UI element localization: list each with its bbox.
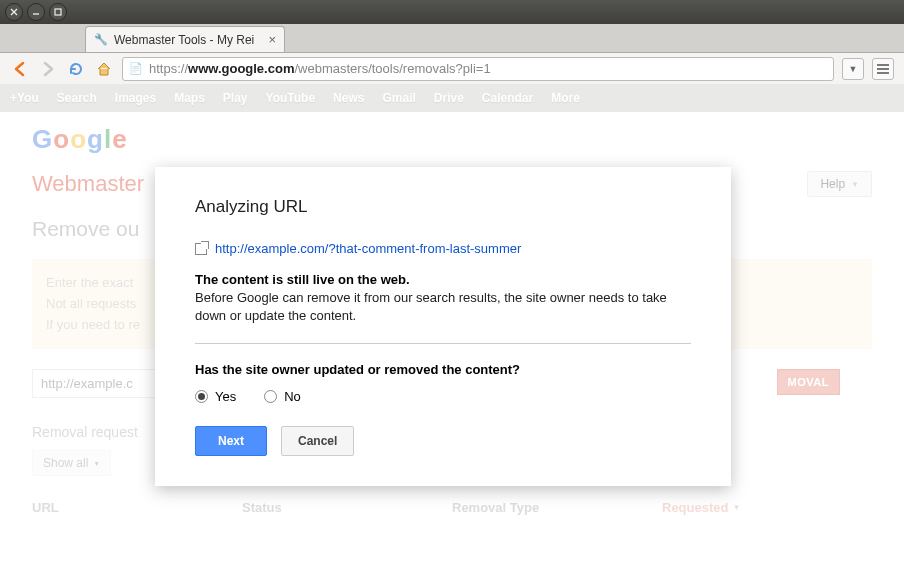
window-controls [0, 0, 904, 24]
window-maximize-button[interactable] [49, 3, 67, 21]
svg-rect-0 [55, 9, 61, 15]
divider [195, 343, 691, 344]
home-button[interactable] [94, 59, 114, 79]
url-bar[interactable]: 📄 https://www.google.com/webmasters/tool… [122, 57, 834, 81]
analyzing-url-dialog: Analyzing URL http://example.com/?that-c… [155, 167, 731, 486]
browser-menu-button[interactable] [872, 58, 894, 80]
url-dropdown-button[interactable]: ▼ [842, 58, 864, 80]
analyzed-url-link[interactable]: http://example.com/?that-comment-from-la… [215, 241, 521, 256]
radio-yes[interactable]: Yes [195, 389, 236, 404]
radio-icon [195, 390, 208, 403]
tab-close-icon[interactable]: × [268, 32, 276, 47]
cancel-button[interactable]: Cancel [281, 426, 354, 456]
tab-favicon-icon: 🔧 [94, 33, 108, 47]
url-text: https://www.google.com/webmasters/tools/… [149, 61, 827, 76]
dialog-question: Has the site owner updated or removed th… [195, 362, 691, 377]
browser-tab[interactable]: 🔧 Webmaster Tools - My Rei × [85, 26, 285, 52]
radio-icon [264, 390, 277, 403]
dialog-status-heading: The content is still live on the web. [195, 272, 691, 287]
next-button[interactable]: Next [195, 426, 267, 456]
browser-toolbar: 📄 https://www.google.com/webmasters/tool… [0, 52, 904, 84]
window-minimize-button[interactable] [27, 3, 45, 21]
browser-chrome: 🔧 Webmaster Tools - My Rei × 📄 https://w… [0, 24, 904, 84]
window-close-button[interactable] [5, 3, 23, 21]
reload-button[interactable] [66, 59, 86, 79]
forward-button[interactable] [38, 59, 58, 79]
tab-title: Webmaster Tools - My Rei [114, 33, 262, 47]
radio-no[interactable]: No [264, 389, 301, 404]
page-container: +You Search Images Maps Play YouTube New… [0, 84, 904, 570]
back-button[interactable] [10, 59, 30, 79]
tab-strip: 🔧 Webmaster Tools - My Rei × [0, 24, 904, 52]
page-icon: 📄 [129, 62, 143, 75]
dialog-body-text: Before Google can remove it from our sea… [195, 289, 691, 325]
external-link-icon [195, 243, 207, 255]
dialog-title: Analyzing URL [195, 197, 691, 217]
